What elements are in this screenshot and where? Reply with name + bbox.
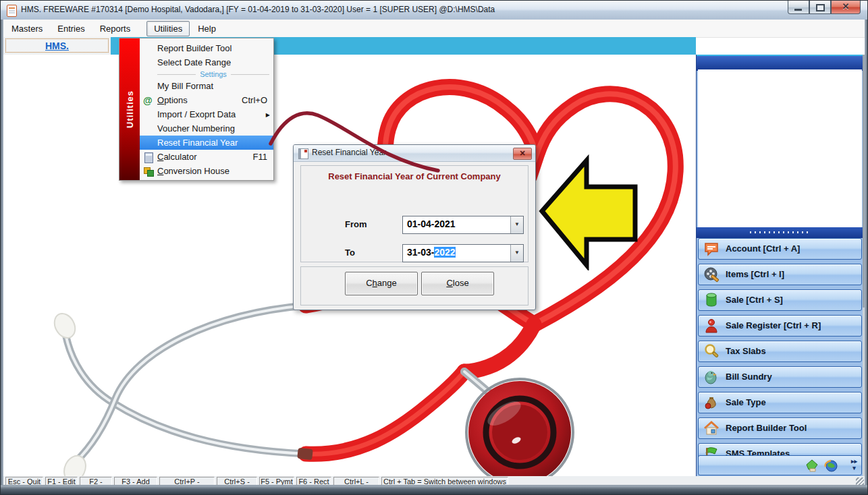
button-label: h bbox=[373, 278, 377, 288]
sidebar-item-tax-slabs[interactable]: Tax Slabs bbox=[698, 341, 862, 362]
house-icon bbox=[703, 420, 720, 436]
menu-item-import-export-data[interactable]: Import / Exoprt Data ▶ bbox=[140, 107, 273, 121]
menu-item-label: onversion House bbox=[163, 166, 229, 176]
separator-label: Settings bbox=[196, 70, 231, 78]
expand-chevrons-icon[interactable]: ▸▸ ▾ bbox=[851, 458, 857, 471]
person-icon bbox=[703, 318, 720, 334]
from-label: From bbox=[345, 219, 367, 229]
menu-item-label: Select Date Range bbox=[157, 57, 231, 67]
sidebar-header bbox=[697, 55, 863, 71]
window-frame-bottom bbox=[1, 485, 867, 494]
annotation-arrow-icon bbox=[537, 154, 640, 270]
calculator-icon bbox=[143, 152, 154, 163]
window-frame-left bbox=[1, 20, 3, 486]
sidebar-item-report-builder-tool[interactable]: Report Builder Tool bbox=[698, 417, 862, 439]
sidebar-item-label: Sale Type bbox=[726, 397, 766, 407]
sidebar-grip[interactable] bbox=[697, 227, 863, 238]
menu-item-options[interactable]: @ Options Ctrl+O bbox=[140, 93, 273, 107]
app-icon bbox=[7, 5, 17, 17]
menu-reports[interactable]: Reports bbox=[93, 22, 138, 36]
menu-item-conversion-house[interactable]: Conversion House bbox=[140, 164, 273, 178]
hms-toolbar: HMS. bbox=[3, 37, 111, 55]
window-title: HMS. FREEWARE #170314 [Demo Hospital, Va… bbox=[21, 5, 495, 14]
window-frame-right bbox=[865, 20, 867, 486]
sidebar-item-bill-sundry[interactable]: Bill Sundry bbox=[698, 366, 862, 388]
sidebar-item-sale[interactable]: Sale [Ctrl + S] bbox=[698, 289, 862, 311]
bird-icon bbox=[703, 369, 720, 385]
menu-help[interactable]: Help bbox=[191, 22, 223, 36]
menu-item-reset-financial-year[interactable]: Reset Financial Year bbox=[140, 136, 273, 150]
menu-item-label: Reset Financial Year bbox=[157, 138, 238, 148]
expand-down-glyph: ▾ bbox=[852, 465, 856, 471]
menu-entries[interactable]: Entries bbox=[51, 22, 91, 36]
expand-right-glyph: ▸▸ bbox=[851, 458, 857, 465]
menu-item-report-builder-tool[interactable]: Report Builder Tool bbox=[140, 41, 273, 55]
utilities-dropdown-menu: Utilities Report Builder Tool Select Dat… bbox=[119, 38, 274, 181]
from-date-combobox[interactable]: 01-04-2021 ▼ bbox=[402, 216, 524, 234]
sidebar: Account [Ctrl + A] Items [Ctrl + I] Sale… bbox=[696, 55, 863, 476]
close-button[interactable]: ✕ bbox=[831, 1, 861, 14]
to-date-combobox[interactable]: 31-03-2022 ▼ bbox=[402, 244, 524, 262]
menu-item-label: C bbox=[157, 152, 163, 162]
sidebar-item-label: Sale Register [Ctrl + R] bbox=[726, 320, 821, 330]
internet-globe-icon[interactable] bbox=[823, 458, 838, 473]
sidebar-item-account[interactable]: Account [Ctrl + A] bbox=[698, 238, 862, 260]
menu-item-label: C bbox=[157, 166, 163, 176]
menu-item-label: Import / Exoprt Data bbox=[157, 109, 236, 119]
button-label: lose bbox=[453, 278, 469, 288]
combo-arrow-icon[interactable]: ▼ bbox=[510, 216, 523, 233]
menu-item-label: ptions bbox=[164, 95, 188, 105]
utilities-strip-label: Utilities bbox=[125, 90, 135, 128]
money-bag-icon bbox=[703, 395, 720, 411]
close-icon: ✕ bbox=[832, 1, 860, 11]
menu-item-label: alculator bbox=[163, 152, 196, 162]
minimize-icon bbox=[794, 9, 802, 11]
sidebar-item-items[interactable]: Items [Ctrl + I] bbox=[698, 264, 862, 285]
utilities-menu-strip: Utilities bbox=[119, 38, 140, 180]
button-label: C bbox=[366, 278, 372, 288]
to-date-selected-text: 2022 bbox=[434, 247, 455, 258]
menu-item-label: O bbox=[157, 95, 164, 105]
to-label: To bbox=[345, 248, 355, 258]
sidebar-footer: ▸▸ ▾ bbox=[698, 455, 862, 475]
menu-item-select-date-range[interactable]: Select Date Range bbox=[140, 55, 273, 69]
restore-button[interactable] bbox=[809, 1, 831, 14]
cylinder-icon bbox=[703, 292, 720, 308]
menu-masters[interactable]: Masters bbox=[5, 22, 49, 36]
film-reel-icon bbox=[703, 266, 720, 283]
sidebar-panel bbox=[698, 69, 862, 227]
dialog-close-button[interactable]: ✕ bbox=[513, 148, 532, 160]
sidebar-item-label: Sale [Ctrl + S] bbox=[726, 295, 783, 305]
menu-bar: Masters Entries Reports Utilities Help bbox=[3, 20, 865, 38]
menu-item-calculator[interactable]: Calculator F11 bbox=[140, 150, 273, 164]
sidebar-item-label: Report Builder Tool bbox=[726, 423, 807, 433]
change-button[interactable]: Change bbox=[345, 272, 418, 295]
combo-arrow-icon[interactable]: ▼ bbox=[510, 245, 523, 262]
button-label: C bbox=[446, 278, 452, 288]
chat-icon bbox=[703, 241, 720, 257]
sidebar-item-label: Account [Ctrl + A] bbox=[726, 243, 800, 254]
sidebar-item-label: Tax Slabs bbox=[726, 346, 766, 356]
sidebar-item-sale-register[interactable]: Sale Register [Ctrl + R] bbox=[698, 315, 862, 337]
dialog-buttons-group: Change Close bbox=[300, 266, 528, 305]
button-label: ange bbox=[377, 278, 397, 288]
menu-item-voucher-numbering[interactable]: Voucher Numbering bbox=[140, 121, 273, 136]
sidebar-item-label: Bill Sundry bbox=[726, 372, 772, 382]
magnifier-icon bbox=[703, 343, 720, 359]
annotation-curve bbox=[261, 100, 450, 181]
restore-icon bbox=[816, 4, 825, 11]
menu-utilities[interactable]: Utilities bbox=[146, 21, 190, 36]
menu-item-label: Voucher Numbering bbox=[157, 123, 235, 134]
close-dialog-button[interactable]: Close bbox=[421, 272, 494, 295]
title-bar[interactable]: HMS. FREEWARE #170314 [Demo Hospital, Va… bbox=[1, 1, 867, 20]
to-date-prefix: 31-03- bbox=[407, 247, 434, 258]
minimize-button[interactable] bbox=[788, 1, 809, 14]
app-window: HMS. FREEWARE #170314 [Demo Hospital, Va… bbox=[0, 0, 868, 495]
at-icon: @ bbox=[143, 95, 154, 106]
menu-item-my-bill-format[interactable]: My Bill Format bbox=[140, 79, 273, 93]
hms-button[interactable]: HMS. bbox=[5, 38, 109, 53]
menu-separator-settings: Settings bbox=[140, 69, 273, 79]
sidebar-item-sale-type[interactable]: Sale Type bbox=[698, 392, 862, 413]
menu-item-label: My Bill Format bbox=[157, 81, 213, 91]
backup-icon[interactable] bbox=[805, 458, 819, 473]
